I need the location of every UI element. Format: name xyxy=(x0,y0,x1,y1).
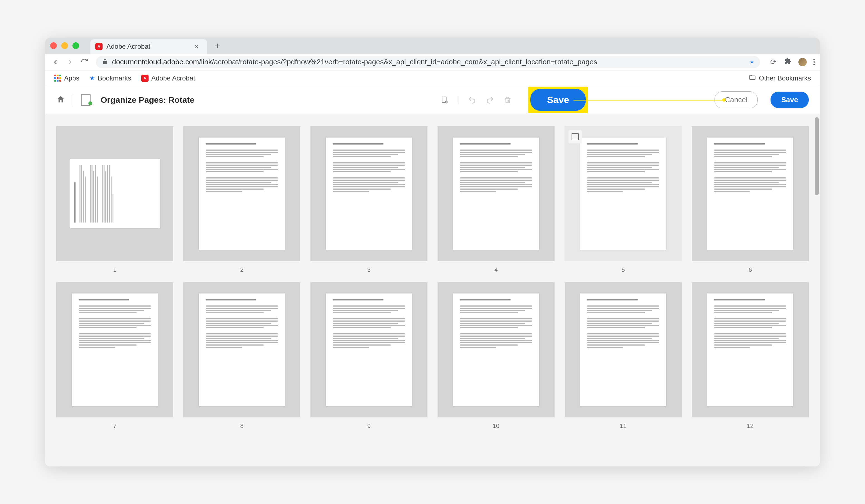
page-sheet xyxy=(326,138,413,250)
apps-label: Apps xyxy=(64,74,79,82)
acrobat-bookmark-label: Adobe Acrobat xyxy=(151,74,195,82)
page-thumbnail[interactable] xyxy=(692,126,809,261)
back-button[interactable] xyxy=(50,57,61,67)
page-number: 1 xyxy=(113,266,116,273)
save-button[interactable]: Save xyxy=(771,92,809,108)
page-number: 10 xyxy=(493,422,499,430)
page-thumbnail[interactable] xyxy=(565,282,682,418)
document-icon xyxy=(81,94,93,106)
page-thumbnail[interactable] xyxy=(183,282,300,418)
acrobat-icon: A xyxy=(141,75,149,82)
page-number: 12 xyxy=(747,422,753,430)
acrobat-favicon: A xyxy=(95,43,103,50)
page-title: Organize Pages: Rotate xyxy=(101,95,195,105)
page-sheet xyxy=(580,138,667,250)
page-number: 9 xyxy=(367,422,371,430)
forward-button[interactable] xyxy=(65,57,75,67)
redo-icon[interactable] xyxy=(486,96,494,104)
page-number: 2 xyxy=(240,266,244,273)
window-controls xyxy=(50,42,79,49)
page-number: 7 xyxy=(113,422,116,430)
browser-tabbar: A Adobe Acrobat ✕ + xyxy=(45,38,820,54)
page-sheet xyxy=(453,138,540,250)
page-number: 3 xyxy=(367,266,371,273)
page-cell: 4 xyxy=(438,126,555,273)
page-sheet xyxy=(453,293,540,406)
url-text: documentcloud.adobe.com/link/acrobat/rot… xyxy=(112,58,597,66)
tab-close-icon[interactable]: ✕ xyxy=(193,43,199,50)
page-thumbnail[interactable] xyxy=(310,126,427,261)
page-thumbnail[interactable] xyxy=(438,126,555,261)
scrollbar[interactable] xyxy=(815,117,819,273)
profile-avatar[interactable] xyxy=(798,58,807,66)
insert-page-icon[interactable] xyxy=(440,96,449,104)
bookmark-star-icon[interactable]: ★ xyxy=(750,59,754,65)
page-thumbnail[interactable] xyxy=(438,282,555,418)
page-grid-area[interactable]: 1 2 3 4 xyxy=(45,114,820,466)
page-sheet xyxy=(199,293,285,406)
adobe-acrobat-bookmark[interactable]: A Adobe Acrobat xyxy=(137,73,199,84)
page-thumbnail[interactable] xyxy=(56,282,173,418)
page-cell: 9 xyxy=(310,282,427,430)
divider xyxy=(458,96,459,104)
refresh-extension-icon[interactable]: ⟳ xyxy=(770,58,777,66)
home-button[interactable] xyxy=(56,95,65,105)
page-thumbnail[interactable] xyxy=(565,126,682,261)
page-thumbnail[interactable] xyxy=(56,126,173,261)
delete-icon[interactable] xyxy=(504,96,512,104)
undo-icon[interactable] xyxy=(468,96,476,104)
page-select-checkbox[interactable] xyxy=(568,130,582,143)
page-number: 5 xyxy=(621,266,625,273)
annotation-line xyxy=(574,100,724,101)
lock-icon xyxy=(102,58,108,66)
page-cell: 8 xyxy=(183,282,300,430)
app-toolbar: Organize Pages: Rotate Save Cancel Save xyxy=(45,86,820,114)
page-cell: 1 xyxy=(56,126,173,273)
browser-menu-icon[interactable] xyxy=(814,59,815,65)
reload-button[interactable] xyxy=(79,57,90,67)
page-thumbnail[interactable] xyxy=(183,126,300,261)
other-bookmarks[interactable]: Other Bookmarks xyxy=(745,72,815,84)
page-sheet xyxy=(72,293,158,406)
url-field[interactable]: documentcloud.adobe.com/link/acrobat/rot… xyxy=(96,56,760,68)
browser-tab[interactable]: A Adobe Acrobat ✕ xyxy=(90,39,207,54)
page-sheet xyxy=(707,138,794,250)
tool-icons xyxy=(440,96,512,104)
window-minimize[interactable] xyxy=(61,42,68,49)
page-cell: 10 xyxy=(438,282,555,430)
page-thumbnail[interactable] xyxy=(310,282,427,418)
extension-icons: ⟳ xyxy=(770,57,815,67)
star-icon: ★ xyxy=(90,75,95,82)
page-sheet xyxy=(580,293,667,406)
annotation-dot xyxy=(722,98,726,102)
page-sheet xyxy=(326,293,413,406)
page-number: 6 xyxy=(749,266,752,273)
other-bookmarks-label: Other Bookmarks xyxy=(759,74,811,82)
page-number: 11 xyxy=(620,422,626,430)
page-cell: 12 xyxy=(692,282,809,430)
page-cell: 3 xyxy=(310,126,427,273)
apps-shortcut[interactable]: Apps xyxy=(50,73,83,84)
page-cell: 2 xyxy=(183,126,300,273)
extensions-puzzle-icon[interactable] xyxy=(784,57,792,67)
page-cell: 6 xyxy=(692,126,809,273)
folder-icon xyxy=(749,74,756,83)
bookmarks-bar: Apps ★ Bookmarks A Adobe Acrobat Other B… xyxy=(45,70,820,86)
tab-title: Adobe Acrobat xyxy=(106,43,150,50)
bookmarks-shortcut[interactable]: ★ Bookmarks xyxy=(85,73,135,84)
scrollbar-thumb[interactable] xyxy=(815,117,819,195)
window-close[interactable] xyxy=(50,42,57,49)
page-sheet xyxy=(707,293,794,406)
page-number: 4 xyxy=(494,266,498,273)
divider xyxy=(73,94,73,106)
apps-grid-icon xyxy=(54,75,61,82)
page-thumbnail[interactable] xyxy=(692,282,809,418)
browser-window: A Adobe Acrobat ✕ + documentcloud.adobe.… xyxy=(45,38,820,466)
page-sheet xyxy=(70,159,160,228)
window-maximize[interactable] xyxy=(72,42,79,49)
page-cell: 11 xyxy=(565,282,682,430)
browser-address-bar: documentcloud.adobe.com/link/acrobat/rot… xyxy=(45,54,820,70)
page-number: 8 xyxy=(240,422,244,430)
new-tab-button[interactable]: + xyxy=(212,40,223,51)
page-cell: 7 xyxy=(56,282,173,430)
